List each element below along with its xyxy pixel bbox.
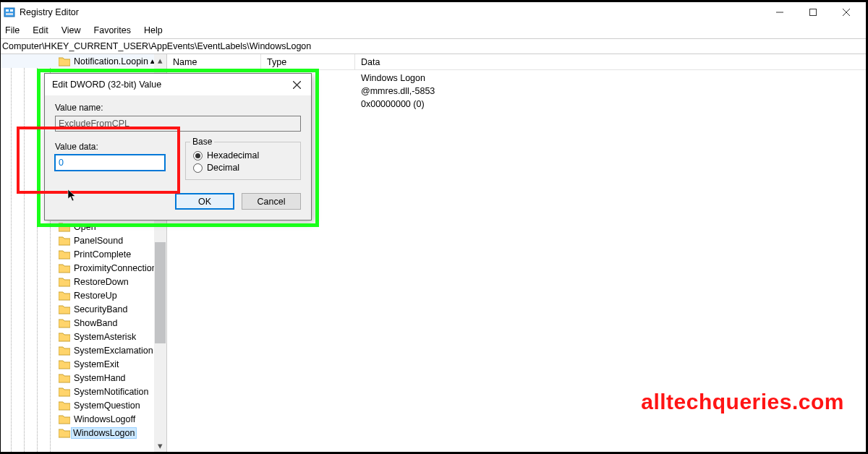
menu-help[interactable]: Help <box>138 24 169 37</box>
tree-item[interactable]: Notification.Loopin ▲ <box>1 54 166 68</box>
app-window: Registry Editor File Edit View Favorites… <box>0 1 867 453</box>
tree-item[interactable]: SystemAsterisk <box>1 330 166 343</box>
tree-item-label: PanelSound <box>73 236 124 246</box>
radio-label: Decimal <box>207 163 239 173</box>
tree-item-label: RestoreDown <box>73 277 129 287</box>
folder-icon <box>59 373 70 383</box>
tree-item[interactable]: SystemNotification <box>1 385 166 398</box>
tree-item[interactable]: Open <box>1 220 166 234</box>
value-name-label: Value name: <box>55 103 301 113</box>
minimize-button[interactable] <box>763 2 796 22</box>
edit-dword-dialog: Edit DWORD (32-bit) Value Value name: Va… <box>44 73 312 220</box>
tree-item-label: Notification.Loopin <box>73 56 149 67</box>
tree-item[interactable]: SystemExclamation <box>1 343 166 357</box>
ok-button[interactable]: OK <box>175 193 234 210</box>
tree-item-label: WindowsLogoff <box>73 414 136 424</box>
list-cell[interactable]: 0x00000000 (0) <box>355 98 866 111</box>
radio-hexadecimal[interactable]: Hexadecimal <box>193 150 293 160</box>
column-headers: Name Type Data <box>167 54 866 70</box>
list-cell[interactable]: @mmres.dll,-5853 <box>355 85 866 98</box>
address-path: Computer\HKEY_CURRENT_USER\AppEvents\Eve… <box>2 41 311 51</box>
tree-item[interactable]: WindowsLogoff <box>1 412 166 426</box>
column-name[interactable]: Name <box>167 54 261 69</box>
radio-decimal[interactable]: Decimal <box>193 163 293 173</box>
svg-rect-0 <box>4 8 14 17</box>
address-bar[interactable]: Computer\HKEY_CURRENT_USER\AppEvents\Eve… <box>1 38 866 54</box>
menu-edit[interactable]: Edit <box>27 24 54 37</box>
menu-favorites[interactable]: Favorites <box>88 24 137 37</box>
tree-item[interactable]: SystemExit <box>1 357 166 371</box>
base-label: Base <box>190 137 214 147</box>
column-data[interactable]: Data <box>355 54 866 69</box>
scroll-thumb[interactable] <box>155 242 166 343</box>
dialog-close-button[interactable] <box>289 77 304 92</box>
value-data-label: Value data: <box>55 142 169 152</box>
folder-icon <box>59 387 70 397</box>
svg-rect-5 <box>810 9 817 16</box>
tree-item[interactable]: SystemQuestion <box>1 398 166 412</box>
folder-icon <box>59 277 70 287</box>
dialog-title: Edit DWORD (32-bit) Value <box>52 80 161 90</box>
tree-item-label: SystemExclamation <box>73 346 154 356</box>
close-button[interactable] <box>830 2 863 22</box>
value-data-input[interactable] <box>55 155 165 171</box>
list-cell[interactable]: Windows Logon <box>355 72 866 85</box>
folder-icon <box>59 236 70 246</box>
scroll-down-icon[interactable]: ▾ <box>154 440 166 452</box>
folder-icon <box>59 346 70 356</box>
tree-item-label: ProximityConnection <box>73 263 158 273</box>
folder-icon <box>59 56 70 67</box>
tree-item[interactable]: ShowBand <box>1 316 166 330</box>
folder-icon <box>59 332 70 342</box>
tree-item-label: SystemQuestion <box>73 401 141 411</box>
tree-item-label: PrintComplete <box>73 249 132 260</box>
tree-item-label: SystemAsterisk <box>73 332 137 342</box>
tree-item[interactable]: WindowsLogon <box>1 426 166 440</box>
tree-item-label: SecurityBand <box>73 304 128 314</box>
value-name-input <box>55 116 301 132</box>
base-groupbox: Base Hexadecimal Decimal <box>185 142 301 180</box>
tree-item[interactable]: SystemHand <box>1 371 166 385</box>
folder-icon <box>59 222 70 232</box>
folder-icon <box>59 359 70 369</box>
folder-icon <box>59 263 70 273</box>
svg-rect-1 <box>6 9 9 12</box>
svg-rect-2 <box>10 9 13 12</box>
dialog-titlebar[interactable]: Edit DWORD (32-bit) Value <box>45 74 311 95</box>
tree-item-label: SystemExit <box>73 359 120 369</box>
maximize-button[interactable] <box>796 2 830 22</box>
menu-file[interactable]: File <box>4 24 25 37</box>
svg-rect-3 <box>6 13 13 15</box>
folder-icon <box>59 249 70 260</box>
tree-item-label: RestoreUp <box>73 291 118 301</box>
watermark-text: alltechqueries.com <box>641 390 844 414</box>
menubar: File Edit View Favorites Help <box>1 22 866 38</box>
folder-icon <box>59 428 70 438</box>
menu-view[interactable]: View <box>56 24 87 37</box>
tree-item-label: ShowBand <box>73 318 118 328</box>
tree-item[interactable]: SecurityBand <box>1 302 166 316</box>
tree-item-label: Open <box>73 222 97 232</box>
tree-item[interactable]: RestoreUp <box>1 288 166 302</box>
radio-icon <box>193 163 203 173</box>
column-type[interactable]: Type <box>261 54 355 69</box>
tree-item[interactable]: ProximityConnection <box>1 261 166 275</box>
tree-item-label: WindowsLogon <box>71 427 137 439</box>
tree-item-label: SystemNotification <box>73 387 150 397</box>
dialog-body: Value name: Value data: Base Hexadecimal <box>45 95 311 220</box>
cancel-button[interactable]: Cancel <box>242 193 301 210</box>
tree-item-label: SystemHand <box>73 373 127 383</box>
tree-item[interactable]: PanelSound <box>1 234 166 247</box>
scroll-up-icon[interactable]: ▴ <box>154 54 166 67</box>
folder-icon <box>59 401 70 411</box>
radio-label: Hexadecimal <box>207 150 259 160</box>
tree-item[interactable]: PrintComplete <box>1 247 166 261</box>
folder-icon <box>59 414 70 424</box>
folder-icon <box>59 291 70 301</box>
folder-icon <box>59 304 70 314</box>
tree-item[interactable]: RestoreDown <box>1 275 166 288</box>
radio-icon <box>193 151 203 160</box>
regedit-icon <box>4 7 15 18</box>
folder-icon <box>59 318 70 328</box>
titlebar: Registry Editor <box>1 2 866 22</box>
